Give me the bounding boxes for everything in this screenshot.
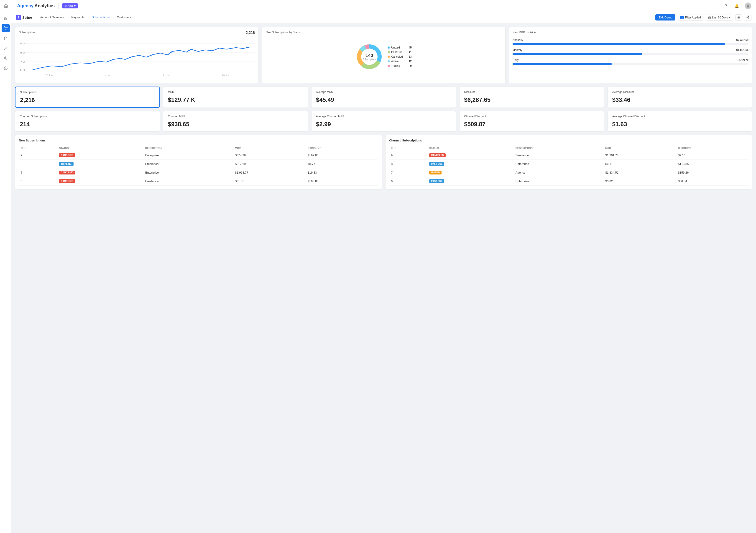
legend-trialing: Trialing 9	[388, 64, 412, 68]
sidebar-campaigns[interactable]	[2, 54, 10, 62]
status-badge: CANCELED	[59, 179, 75, 183]
left-sidebar	[0, 12, 12, 196]
legend-dot-unpaid	[388, 46, 390, 49]
home-icon[interactable]	[2, 2, 10, 10]
table-row: 6 PAST DUE Enterprise $0.82 $86.54	[389, 177, 748, 186]
cell-status: PAST DUE	[427, 177, 514, 186]
cell-discount: $113.85	[676, 160, 748, 168]
svg-text:80: 80	[20, 51, 25, 54]
cell-id: 7	[389, 168, 427, 177]
donut-section: 140 Subscriptions Unpaid 45 Past Due 41	[266, 34, 502, 79]
legend-val-unpaid: 45	[404, 46, 412, 49]
metric-avg-discount-title: Average Discount	[612, 91, 747, 94]
metric-churned-mrr-value: $938.65	[168, 121, 303, 128]
mrr-annually-value: $2,427.69	[737, 39, 748, 42]
metric-avg-churned-discount[interactable]: Average Churned Discount $1.63	[608, 111, 752, 132]
sidebar-shop[interactable]	[2, 24, 10, 32]
metric-avg-mrr[interactable]: Average MRR $45.49	[311, 87, 456, 108]
sidebar-reports[interactable]	[2, 34, 10, 42]
table-row: 8 TRIALING Freelancer $217.69 $8.77	[19, 160, 378, 168]
tab-payments[interactable]: Payments	[68, 12, 88, 23]
date-range-picker[interactable]: Last 30 Days ▾	[706, 14, 733, 20]
mrr-annually-row: Annually $2,427.69	[513, 39, 748, 45]
mrr-daily-bar-bg	[513, 63, 748, 65]
status-badge: CANCELED	[59, 171, 75, 175]
subscriptions-line-chart: 90 80 70 60	[19, 37, 255, 73]
tab-customers[interactable]: Customers	[113, 12, 135, 23]
columns-icon[interactable]: ⊞	[735, 14, 742, 20]
svg-point-14	[748, 16, 749, 16]
svg-point-6	[7, 29, 7, 30]
share-icon[interactable]	[744, 14, 751, 21]
churned-subscriptions-table-card: Churned Subscriptions ID▼ STATUS DESCRIP…	[385, 135, 752, 189]
legend-unpaid: Unpaid 45	[388, 46, 412, 49]
legend-dot-canceled	[388, 56, 390, 58]
cell-desc: Freelancer	[144, 177, 233, 186]
metric-discount-value: $6,287.65	[464, 96, 599, 103]
cell-mrr: $674.28	[233, 151, 306, 160]
chart-x-labels: 27 Jun 4 Jul 11 Jul 18 Jul	[19, 74, 255, 77]
metric-churned-mrr[interactable]: Churned MRR $938.65	[163, 111, 308, 132]
sidebar-users[interactable]	[2, 44, 10, 52]
x-label-3: 11 Jul	[163, 74, 170, 77]
cell-status: CANCELED	[57, 151, 144, 160]
metric-mrr-title: MRR	[168, 91, 303, 94]
stripe-s-icon: S	[16, 15, 21, 20]
metric-churned-discount[interactable]: Churned Discount $509.87	[459, 111, 604, 132]
new-subscriptions-table-title: New Subscriptions	[19, 139, 378, 142]
avatar[interactable]	[744, 3, 751, 9]
tab-account-overview[interactable]: Account Overview	[37, 12, 68, 23]
metric-churned-discount-value: $509.87	[464, 121, 599, 128]
sidebar-home[interactable]	[2, 14, 10, 22]
cell-desc: Freelancer	[514, 151, 604, 160]
th-discount-churned: DISCOUNT	[676, 145, 748, 151]
svg-rect-4	[6, 18, 7, 19]
stripe-dropdown[interactable]: Stripe ▾	[62, 3, 78, 9]
new-subscriptions-table: ID▼ STATUS DESCRIPTION MRR DISCOUNT 9 CA…	[19, 145, 378, 186]
svg-point-0	[747, 5, 749, 6]
tab-subscriptions[interactable]: Subscriptions	[88, 12, 113, 23]
cell-mrr: $31.55	[233, 177, 306, 186]
notifications-icon[interactable]: 🔔	[734, 3, 740, 9]
metric-avg-discount-value: $33.46	[612, 96, 747, 103]
donut-total: 140	[363, 53, 376, 58]
table-row: 7 CANCELED Enterprise $1,963.77 $19.33	[19, 168, 378, 177]
th-id-churned[interactable]: ID▼	[391, 147, 426, 150]
svg-text:70: 70	[20, 61, 25, 63]
mrr-annually-label: Annually	[513, 39, 523, 42]
cell-id: 7	[19, 168, 57, 177]
metric-churned-discount-title: Churned Discount	[464, 115, 599, 118]
filter-label: Filter Applied	[685, 16, 701, 19]
filter-count: 1	[680, 16, 684, 19]
metric-avg-churned-mrr[interactable]: Average Churned MRR $2.99	[311, 111, 456, 132]
th-id-new[interactable]: ID▼	[21, 147, 55, 150]
svg-rect-2	[6, 17, 7, 18]
donut-center-text: 140 Subscriptions	[363, 53, 376, 61]
metric-churned-sub-title: Churned Subscriptions	[20, 115, 155, 118]
cell-discount: $8.77	[306, 160, 378, 168]
churned-subscriptions-table-title: Churned Subscriptions	[389, 139, 748, 142]
exit-demo-button[interactable]: Exit Demo	[655, 14, 675, 20]
help-icon[interactable]: ?	[723, 3, 729, 9]
cell-status: TRIALING	[57, 160, 144, 168]
cell-status: CANCELED	[427, 151, 514, 160]
metric-churned-mrr-title: Churned MRR	[168, 115, 303, 118]
metric-discount[interactable]: Discount $6,287.65	[459, 87, 604, 108]
legend-dot-pastdue	[388, 51, 390, 53]
metric-avg-discount[interactable]: Average Discount $33.46	[608, 87, 752, 108]
mrr-annually-bar-bg	[513, 43, 748, 45]
metric-churned-sub[interactable]: Churned Subscriptions 214	[15, 111, 160, 132]
metric-subscriptions[interactable]: Subscriptions 2,216	[15, 87, 160, 108]
filter-applied-button[interactable]: 1 Filter Applied	[678, 14, 703, 20]
th-discount-new: DISCOUNT	[306, 145, 378, 151]
cell-status: CANCELED	[57, 177, 144, 186]
th-status-new: STATUS	[57, 145, 144, 151]
stripe-label: Stripe	[22, 15, 32, 19]
nav-divider	[58, 3, 59, 9]
sidebar-settings[interactable]	[2, 64, 10, 72]
metric-mrr[interactable]: MRR $129.77 K	[163, 87, 308, 108]
cell-discount: $159.26	[676, 168, 748, 177]
legend-pastdue: Past Due 41	[388, 51, 412, 54]
cell-mrr: $217.69	[233, 160, 306, 168]
app-logo: AgencyAnalytics	[17, 3, 55, 9]
